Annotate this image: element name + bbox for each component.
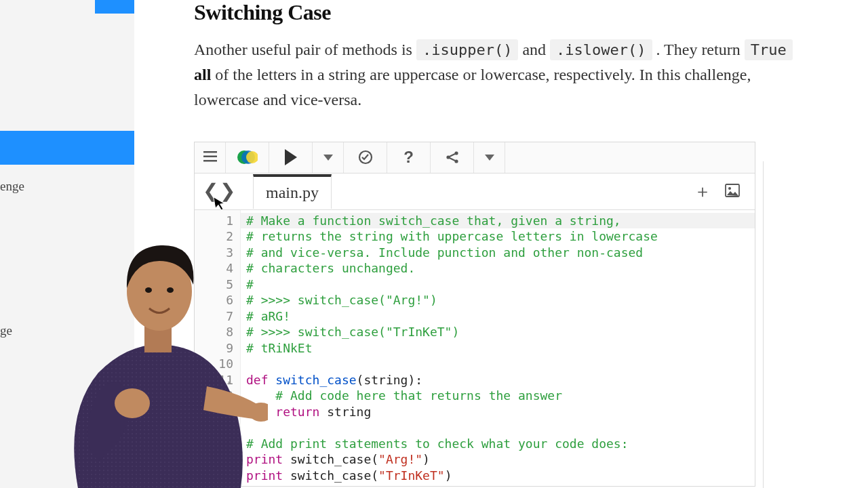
code-line[interactable]: # aRG! <box>246 308 755 325</box>
sidebar-item-strings[interactable]: ge <box>0 315 134 346</box>
hamburger-icon <box>203 150 217 165</box>
svg-rect-2 <box>203 160 217 162</box>
trinket-logo[interactable] <box>226 142 269 173</box>
line-number: 14 <box>195 420 233 436</box>
line-number: 4 <box>195 260 233 277</box>
code-line[interactable]: # tRiNkEt <box>246 340 755 357</box>
line-number: 7 <box>195 308 233 325</box>
svg-rect-0 <box>203 151 217 153</box>
code-true: True <box>745 39 793 60</box>
sidebar-item-label: ge <box>0 323 12 338</box>
line-number: 2 <box>195 228 233 245</box>
code-line[interactable]: def switch_case(string): <box>246 372 755 388</box>
code-islower: .islower() <box>550 39 652 60</box>
code-line[interactable] <box>246 356 755 372</box>
code-line[interactable]: # Add code here that returns the answer <box>246 388 755 404</box>
sidebar-progress-marker <box>95 0 134 14</box>
play-icon <box>285 149 297 165</box>
line-number: 9 <box>195 340 233 357</box>
share-options-button[interactable] <box>474 142 505 173</box>
run-button[interactable] <box>269 142 313 173</box>
menu-button[interactable] <box>195 142 226 173</box>
code-line[interactable]: # returns the string with uppercase lett… <box>246 228 755 245</box>
page-title: Switching Case <box>194 0 868 25</box>
line-number: 12 <box>195 388 233 404</box>
trinket-logo-icon <box>237 147 258 167</box>
svg-line-10 <box>449 154 454 157</box>
code-line[interactable]: # >>>> switch_case("Arg!") <box>246 292 755 308</box>
line-number: 13 <box>195 404 233 420</box>
code-line[interactable]: # <box>246 277 755 293</box>
code-line[interactable]: print switch_case("TrInKeT") <box>246 468 755 484</box>
question-icon: ? <box>403 148 414 167</box>
code-line[interactable]: # and vice-versa. Include punction and o… <box>246 245 755 261</box>
chevron-down-icon <box>323 155 333 161</box>
trinket-toolbar: ? <box>195 142 755 174</box>
share-icon <box>445 150 460 165</box>
svg-point-13 <box>728 187 731 190</box>
file-tab-label: main.py <box>266 184 319 201</box>
output-panel <box>763 161 868 488</box>
file-tab-main[interactable]: main.py <box>253 174 332 209</box>
code-line[interactable] <box>246 420 755 436</box>
code-line[interactable]: # Add print statements to check what you… <box>246 436 755 452</box>
lesson-content: Switching Case Another useful pair of me… <box>134 0 868 488</box>
svg-line-11 <box>449 158 454 161</box>
line-number: 3 <box>195 245 233 261</box>
line-number: 16 <box>195 451 233 468</box>
svg-rect-1 <box>203 155 217 157</box>
line-number: 1 <box>195 213 233 229</box>
sidebar-item-label: enge <box>0 179 24 193</box>
help-button[interactable]: ? <box>387 142 431 173</box>
add-file-button[interactable]: ＋ <box>687 180 718 203</box>
code-editor[interactable]: 1234567891011121314151617 # Make a funct… <box>195 210 755 487</box>
code-line[interactable]: # Make a function switch_case that, give… <box>246 213 755 229</box>
line-number: 10 <box>195 356 233 372</box>
image-icon <box>725 184 740 197</box>
code-isupper: .isupper() <box>416 39 518 60</box>
line-number: 17 <box>195 468 233 484</box>
check-button[interactable] <box>344 142 387 173</box>
code-line[interactable]: # characters unchanged. <box>246 260 755 277</box>
line-number: 6 <box>195 292 233 308</box>
line-number-gutter: 1234567891011121314151617 <box>195 210 241 487</box>
line-number: 15 <box>195 436 233 452</box>
trinket-embed: ? ❮ ❯ main.py <box>194 142 755 487</box>
sidebar-item-challenge[interactable]: enge <box>0 171 134 202</box>
file-tabbar: ❮ ❯ main.py ＋ <box>195 174 755 210</box>
chevron-down-icon <box>485 155 494 161</box>
line-number: 11 <box>195 372 233 388</box>
course-sidebar: enge ge <box>0 0 134 488</box>
line-number: 5 <box>195 277 233 293</box>
share-button[interactable] <box>431 142 474 173</box>
code-line[interactable]: # >>>> switch_case("TrInKeT") <box>246 324 755 340</box>
code-line[interactable]: print switch_case("Arg!") <box>246 451 755 468</box>
run-options-button[interactable] <box>313 142 344 173</box>
lesson-paragraph: Another useful pair of methods is .isupp… <box>194 37 868 113</box>
plus-icon: ＋ <box>694 181 711 201</box>
upload-image-button[interactable] <box>718 181 747 202</box>
code-content[interactable]: # Make a function switch_case that, give… <box>241 210 755 487</box>
check-circle-icon <box>358 150 373 165</box>
code-line[interactable]: return string <box>246 404 755 420</box>
line-number: 8 <box>195 324 233 340</box>
sidebar-item-active[interactable] <box>0 131 134 165</box>
